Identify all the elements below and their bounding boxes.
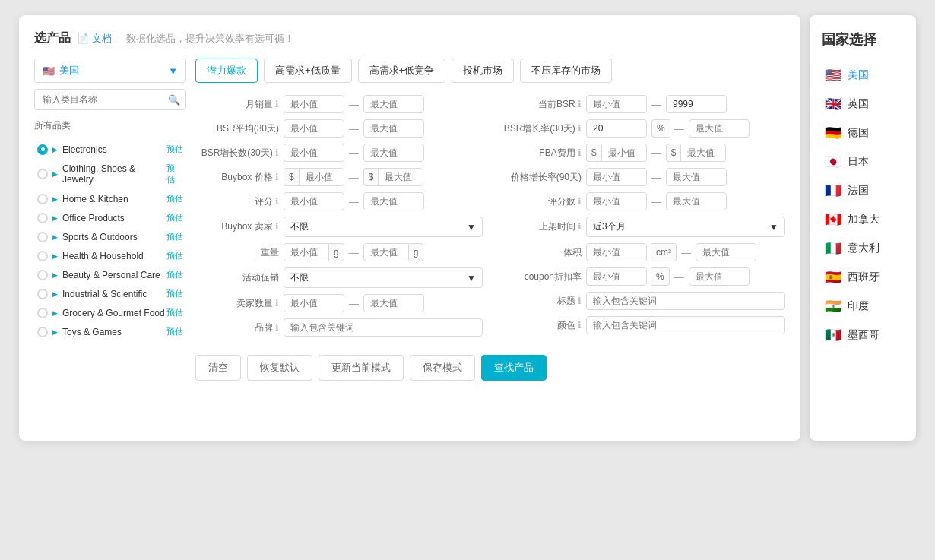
category-badge[interactable]: 预估	[166, 307, 183, 318]
country-option-uk[interactable]: 🇬🇧 英国	[822, 90, 904, 119]
rating-count-min[interactable]	[586, 192, 647, 210]
tab-no-inventory[interactable]: 不压库存的市场	[520, 59, 612, 83]
india-flag: 🇮🇳	[825, 298, 842, 315]
fba-max[interactable]	[680, 144, 726, 162]
price-growth-rate-min[interactable]	[586, 168, 647, 186]
bsr-growth-rate-max[interactable]	[689, 119, 750, 138]
bsr-avg-max[interactable]	[363, 119, 424, 138]
volume-min[interactable]	[586, 243, 647, 261]
color-keyword-input[interactable]	[586, 316, 785, 334]
country-option-usa[interactable]: 🇺🇸 美国	[822, 61, 904, 90]
rating-min[interactable]	[284, 192, 344, 210]
bsr-growth-min[interactable]	[284, 144, 344, 162]
tab-potential[interactable]: 潜力爆款	[195, 59, 258, 83]
coupon-discount-max[interactable]	[689, 267, 750, 286]
japan-flag: 🇯🇵	[825, 153, 842, 170]
list-item[interactable]: ▶ Clothing, Shoes & Jewelry 预估	[34, 159, 186, 189]
category-badge[interactable]: 预估	[166, 144, 183, 155]
radio-sports[interactable]	[37, 232, 48, 242]
radio-clothing[interactable]	[37, 169, 48, 179]
country-option-spain[interactable]: 🇪🇸 西班牙	[822, 263, 904, 292]
country-option-france[interactable]: 🇫🇷 法国	[822, 176, 904, 205]
clear-button[interactable]: 清空	[195, 355, 241, 381]
category-badge[interactable]: 预估	[166, 288, 183, 299]
list-item[interactable]: ▶ Industrial & Scientific 预估	[34, 284, 186, 303]
seller-count-min[interactable]	[284, 294, 344, 312]
doc-link[interactable]: 📄 文档	[77, 32, 112, 46]
triangle-icon: ▶	[52, 252, 58, 260]
radio-office[interactable]	[37, 213, 48, 223]
category-badge[interactable]: 预估	[166, 326, 183, 337]
restore-button[interactable]: 恢复默认	[247, 355, 312, 381]
category-name: Toys & Games	[62, 327, 122, 337]
country-selector[interactable]: 🇺🇸 美国 ▼	[34, 59, 186, 83]
filter-panel: 潜力爆款 高需求+低质量 高需求+低竞争 投机市场 不压库存的市场 月销量 ℹ …	[195, 59, 785, 381]
buybox-price-max[interactable]	[378, 168, 423, 186]
country-option-germany[interactable]: 🇩🇪 德国	[822, 119, 904, 147]
current-bsr-min[interactable]	[586, 95, 647, 113]
list-item[interactable]: ▶ Sports & Outdoors 预估	[34, 227, 186, 246]
radio-home[interactable]	[37, 194, 48, 204]
uk-flag: 🇬🇧	[825, 96, 842, 112]
country-option-canada[interactable]: 🇨🇦 加拿大	[822, 205, 904, 234]
page-title: 选产品	[34, 30, 71, 46]
category-badge[interactable]: 预估	[166, 269, 183, 280]
coupon-discount-min[interactable]	[586, 267, 647, 286]
search-button[interactable]: 查找产品	[481, 355, 547, 381]
list-item[interactable]: ▶ Health & Household 预估	[34, 246, 186, 265]
category-badge[interactable]: 预估	[166, 250, 183, 261]
save-button[interactable]: 保存模式	[410, 355, 475, 381]
tab-speculative[interactable]: 投机市场	[452, 59, 514, 83]
tab-high-demand-low-competition[interactable]: 高需求+低竞争	[358, 59, 446, 83]
update-button[interactable]: 更新当前模式	[319, 355, 404, 381]
filter-price-growth-rate: 价格增长率(90天) —	[498, 168, 785, 186]
country-option-india[interactable]: 🇮🇳 印度	[822, 292, 904, 321]
list-item[interactable]: ▶ Beauty & Personal Care 预估	[34, 265, 186, 284]
current-bsr-max[interactable]	[666, 95, 727, 113]
rating-count-max[interactable]	[666, 192, 727, 210]
radio-health[interactable]	[37, 251, 48, 261]
buybox-seller-select[interactable]: 不限 ▼	[284, 217, 483, 237]
monthly-sales-max[interactable]	[363, 95, 424, 113]
radio-grocery[interactable]	[37, 308, 48, 318]
buybox-price-min[interactable]	[299, 168, 344, 186]
country-option-japan[interactable]: 🇯🇵 日本	[822, 147, 904, 176]
price-growth-rate-max[interactable]	[666, 168, 727, 186]
category-badge[interactable]: 预估	[166, 163, 183, 185]
category-list: ▶ Electronics 预估 ▶ Clothing, Shoes & Jew…	[34, 140, 186, 341]
list-item[interactable]: ▶ Office Products 预估	[34, 208, 186, 227]
radio-toys[interactable]	[37, 327, 48, 337]
category-name: Clothing, Shoes & Jewelry	[62, 163, 166, 185]
rating-max[interactable]	[363, 192, 424, 210]
volume-max[interactable]	[696, 243, 756, 261]
radio-beauty[interactable]	[37, 270, 48, 280]
promotion-select[interactable]: 不限 ▼	[284, 267, 483, 288]
bsr-avg-min[interactable]	[284, 119, 344, 138]
category-badge[interactable]: 预估	[166, 212, 183, 223]
list-item[interactable]: ▶ Grocery & Gourmet Food 预估	[34, 303, 186, 322]
list-item[interactable]: ▶ Toys & Games 预估	[34, 322, 186, 341]
radio-electronics[interactable]	[37, 144, 48, 155]
bsr-growth-max[interactable]	[363, 144, 424, 162]
seller-count-max[interactable]	[363, 294, 424, 312]
country-option-italy[interactable]: 🇮🇹 意大利	[822, 234, 904, 263]
category-badge[interactable]: 预估	[166, 193, 183, 204]
country-option-mexico[interactable]: 🇲🇽 墨西哥	[822, 321, 904, 350]
tab-high-demand-low-quality[interactable]: 高需求+低质量	[264, 59, 352, 83]
category-search-input[interactable]	[34, 89, 186, 110]
triangle-icon: ▶	[52, 146, 58, 153]
category-name: Grocery & Gourmet Food	[62, 308, 165, 318]
monthly-sales-min[interactable]	[284, 95, 344, 113]
weight-min[interactable]	[284, 243, 329, 261]
category-badge[interactable]: 预估	[166, 231, 183, 242]
list-item[interactable]: ▶ Home & Kitchen 预估	[34, 189, 186, 208]
brand-input[interactable]	[284, 318, 483, 337]
weight-max[interactable]	[363, 243, 409, 261]
fba-min[interactable]	[601, 144, 647, 162]
radio-industrial[interactable]	[37, 289, 48, 299]
bsr-growth-rate-min[interactable]	[586, 119, 647, 138]
list-item[interactable]: ▶ Electronics 预估	[34, 140, 186, 159]
listing-time-select[interactable]: 近3个月 ▼	[586, 217, 785, 237]
title-keyword-input[interactable]	[586, 292, 785, 310]
category-name: Health & Household	[62, 251, 144, 261]
